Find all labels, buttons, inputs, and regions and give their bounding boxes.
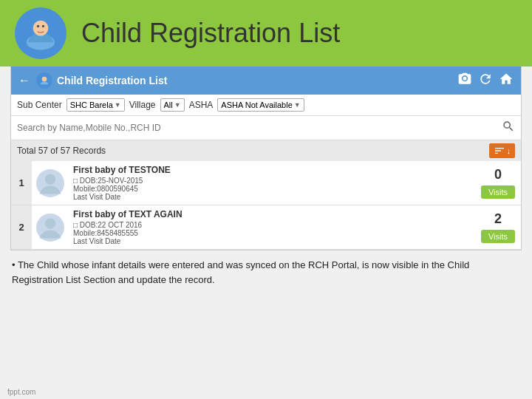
svg-point-4 xyxy=(42,77,47,82)
village-arrow: ▼ xyxy=(174,101,181,109)
list-item: 1 First baby of TESTONE □ DOB:25-NOV-201… xyxy=(11,161,521,205)
app-navbar: ← Child Registration List xyxy=(11,66,521,95)
filter-row: Sub Center SHC Barela ▼ Village All ▼ AS… xyxy=(11,95,521,116)
visits-button-2[interactable]: Visits xyxy=(481,230,515,243)
item-dob-1: □ DOB:25-NOV-2015 xyxy=(73,177,471,185)
nav-title: Child Registration List xyxy=(57,75,457,86)
svg-point-3 xyxy=(42,25,44,27)
camera-icon[interactable] xyxy=(457,72,472,90)
item-name-2: First baby of TEXT AGAIN xyxy=(73,209,471,219)
item-details-2: First baby of TEXT AGAIN □ DOB:22 OCT 20… xyxy=(69,205,475,249)
visits-button-1[interactable]: Visits xyxy=(481,185,515,199)
nav-logo xyxy=(36,72,52,89)
home-icon[interactable] xyxy=(499,72,514,90)
records-row: Total 57 of 57 Records ↓ xyxy=(11,140,521,161)
item-avatar-2 xyxy=(32,205,69,249)
dob-2: DOB:22 OCT 2016 xyxy=(80,221,142,229)
page-title: Child Registration List xyxy=(81,18,340,49)
sub-center-label: Sub Center xyxy=(17,100,62,110)
item-mobile-1: Mobile:0800590645 xyxy=(73,185,471,193)
footer-label: fppt.com xyxy=(7,388,35,396)
svg-point-5 xyxy=(45,174,55,184)
sub-center-arrow: ▼ xyxy=(115,101,121,109)
avatar-circle-1 xyxy=(36,169,64,197)
svg-point-2 xyxy=(37,25,39,27)
search-input[interactable] xyxy=(17,123,502,133)
item-last-visit-1: Last Visit Date xyxy=(73,193,471,201)
dob-1: DOB:25-NOV-2015 xyxy=(80,177,143,185)
item-last-visit-2: Last Visit Date xyxy=(73,237,471,245)
search-icon[interactable] xyxy=(502,120,515,136)
note-text: • The Child whose infant details were en… xyxy=(12,259,469,285)
sort-icon: ↓ xyxy=(507,146,511,155)
asha-value: ASHA Not Available xyxy=(221,100,292,109)
avatar-circle-2 xyxy=(36,214,64,242)
top-header: Child Registration List xyxy=(0,0,532,66)
logo-circle xyxy=(15,7,66,59)
list-item: 2 First baby of TEXT AGAIN □ DOB:22 OCT … xyxy=(11,205,521,250)
search-row xyxy=(11,116,521,140)
back-button[interactable]: ← xyxy=(18,74,30,87)
item-name-1: First baby of TESTONE xyxy=(73,165,471,175)
svg-point-6 xyxy=(45,218,55,228)
item-number-2: 2 xyxy=(11,205,32,249)
gender-icon-1: □ xyxy=(73,177,78,185)
sub-center-select[interactable]: SHC Barela ▼ xyxy=(66,98,125,112)
asha-label: ASHA xyxy=(189,100,214,110)
item-mobile-2: Mobile:8458485555 xyxy=(73,229,471,237)
village-select[interactable]: All ▼ xyxy=(160,98,185,112)
visit-count-1: 0 xyxy=(494,167,502,183)
item-details-1: First baby of TESTONE □ DOB:25-NOV-2015 … xyxy=(69,161,475,205)
item-number-1: 1 xyxy=(11,161,32,205)
bottom-note: • The Child whose infant details were en… xyxy=(0,250,532,291)
village-label: Village xyxy=(129,100,156,110)
item-actions-1: 0 Visits xyxy=(475,161,521,205)
gender-icon-2: □ xyxy=(73,221,78,229)
sub-center-value: SHC Barela xyxy=(70,100,113,109)
app-frame: ← Child Registration List xyxy=(10,66,522,250)
asha-arrow: ▼ xyxy=(294,101,301,109)
refresh-icon[interactable] xyxy=(478,72,493,90)
item-actions-2: 2 Visits xyxy=(475,205,521,249)
visit-count-2: 2 xyxy=(494,211,502,227)
svg-point-1 xyxy=(33,21,49,36)
village-value: All xyxy=(164,100,173,109)
item-avatar-1 xyxy=(32,161,69,205)
asha-select[interactable]: ASHA Not Available ▼ xyxy=(217,98,304,112)
records-count: Total 57 of 57 Records xyxy=(17,146,106,156)
nav-icons xyxy=(457,72,514,90)
item-dob-2: □ DOB:22 OCT 2016 xyxy=(73,221,471,229)
sort-button[interactable]: ↓ xyxy=(489,143,516,158)
